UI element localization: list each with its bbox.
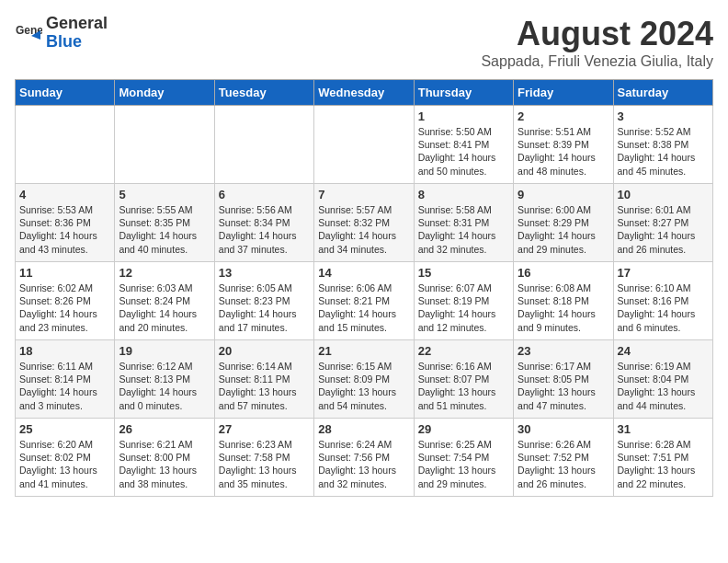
calendar-cell: 26Sunrise: 6:21 AM Sunset: 8:00 PM Dayli… [115,419,214,497]
day-number: 31 [618,422,709,436]
day-number: 26 [119,422,210,436]
logo-icon: General [15,19,42,47]
day-header-friday: Friday [514,80,613,106]
calendar-cell: 29Sunrise: 6:25 AM Sunset: 7:54 PM Dayli… [414,419,513,497]
day-number: 25 [19,422,110,436]
day-number: 20 [219,344,310,358]
calendar-cell: 11Sunrise: 6:02 AM Sunset: 8:26 PM Dayli… [16,262,115,340]
calendar-cell: 3Sunrise: 5:52 AM Sunset: 8:38 PM Daylig… [613,106,712,184]
calendar-cell: 14Sunrise: 6:06 AM Sunset: 8:21 PM Dayli… [314,262,414,340]
day-header-tuesday: Tuesday [214,80,313,106]
title-block: August 2024 Sappada, Friuli Venezia Giul… [481,15,713,70]
day-number: 18 [19,344,110,358]
calendar-table: SundayMondayTuesdayWednesdayThursdayFrid… [15,79,713,497]
main-title: August 2024 [481,15,713,53]
cell-content: Sunrise: 6:00 AM Sunset: 8:29 PM Dayligh… [518,203,609,256]
day-number: 6 [219,188,310,201]
cell-content: Sunrise: 6:10 AM Sunset: 8:16 PM Dayligh… [618,282,709,334]
calendar-week-5: 25Sunrise: 6:20 AM Sunset: 8:02 PM Dayli… [16,419,713,497]
day-number: 3 [618,109,709,123]
logo: General General Blue [15,15,108,52]
calendar-week-4: 18Sunrise: 6:11 AM Sunset: 8:14 PM Dayli… [16,340,713,419]
cell-content: Sunrise: 6:11 AM Sunset: 8:14 PM Dayligh… [19,360,110,412]
day-number: 7 [318,188,409,201]
calendar-header-row: SundayMondayTuesdayWednesdayThursdayFrid… [16,80,713,106]
cell-content: Sunrise: 5:51 AM Sunset: 8:39 PM Dayligh… [518,125,609,178]
cell-content: Sunrise: 6:07 AM Sunset: 8:19 PM Dayligh… [418,282,509,334]
calendar-cell: 10Sunrise: 6:01 AM Sunset: 8:27 PM Dayli… [613,184,712,262]
page-header: General General Blue August 2024 Sappada… [15,15,713,70]
day-number: 17 [618,266,709,280]
calendar-cell: 13Sunrise: 6:05 AM Sunset: 8:23 PM Dayli… [214,262,313,340]
cell-content: Sunrise: 6:19 AM Sunset: 8:04 PM Dayligh… [618,360,709,412]
calendar-cell: 22Sunrise: 6:16 AM Sunset: 8:07 PM Dayli… [414,340,513,419]
cell-content: Sunrise: 6:23 AM Sunset: 7:58 PM Dayligh… [219,438,310,490]
calendar-cell: 25Sunrise: 6:20 AM Sunset: 8:02 PM Dayli… [16,419,115,497]
day-number: 14 [318,266,409,280]
logo-line2: Blue [46,33,108,52]
cell-content: Sunrise: 6:15 AM Sunset: 8:09 PM Dayligh… [318,360,409,412]
day-number: 21 [318,344,409,358]
day-number: 19 [119,344,210,358]
cell-content: Sunrise: 6:12 AM Sunset: 8:13 PM Dayligh… [119,360,210,412]
logo-line1: General [46,15,108,33]
cell-content: Sunrise: 6:02 AM Sunset: 8:26 PM Dayligh… [19,282,110,334]
calendar-cell: 30Sunrise: 6:26 AM Sunset: 7:52 PM Dayli… [514,419,613,497]
calendar-week-1: 1Sunrise: 5:50 AM Sunset: 8:41 PM Daylig… [16,106,713,184]
day-number: 9 [518,188,609,201]
calendar-cell: 8Sunrise: 5:58 AM Sunset: 8:31 PM Daylig… [414,184,513,262]
cell-content: Sunrise: 5:58 AM Sunset: 8:31 PM Dayligh… [418,203,509,256]
day-number: 22 [418,344,509,358]
calendar-cell: 19Sunrise: 6:12 AM Sunset: 8:13 PM Dayli… [115,340,214,419]
day-number: 4 [19,188,110,201]
calendar-cell [115,106,214,184]
calendar-cell: 24Sunrise: 6:19 AM Sunset: 8:04 PM Dayli… [613,340,712,419]
cell-content: Sunrise: 6:06 AM Sunset: 8:21 PM Dayligh… [318,282,409,334]
calendar-cell: 4Sunrise: 5:53 AM Sunset: 8:36 PM Daylig… [16,184,115,262]
day-number: 27 [219,422,310,436]
cell-content: Sunrise: 6:17 AM Sunset: 8:05 PM Dayligh… [518,360,609,412]
day-number: 8 [418,188,509,201]
calendar-cell: 2Sunrise: 5:51 AM Sunset: 8:39 PM Daylig… [514,106,613,184]
calendar-cell: 9Sunrise: 6:00 AM Sunset: 8:29 PM Daylig… [514,184,613,262]
day-number: 28 [318,422,409,436]
calendar-cell: 28Sunrise: 6:24 AM Sunset: 7:56 PM Dayli… [314,419,414,497]
cell-content: Sunrise: 6:24 AM Sunset: 7:56 PM Dayligh… [318,438,409,490]
calendar-cell: 31Sunrise: 6:28 AM Sunset: 7:51 PM Dayli… [613,419,712,497]
calendar-cell: 12Sunrise: 6:03 AM Sunset: 8:24 PM Dayli… [115,262,214,340]
cell-content: Sunrise: 5:57 AM Sunset: 8:32 PM Dayligh… [318,203,409,256]
day-number: 29 [418,422,509,436]
calendar-cell: 16Sunrise: 6:08 AM Sunset: 8:18 PM Dayli… [514,262,613,340]
cell-content: Sunrise: 6:08 AM Sunset: 8:18 PM Dayligh… [518,282,609,334]
day-header-sunday: Sunday [16,80,115,106]
calendar-cell: 20Sunrise: 6:14 AM Sunset: 8:11 PM Dayli… [214,340,313,419]
calendar-cell: 1Sunrise: 5:50 AM Sunset: 8:41 PM Daylig… [414,106,513,184]
cell-content: Sunrise: 6:14 AM Sunset: 8:11 PM Dayligh… [219,360,310,412]
day-number: 23 [518,344,609,358]
cell-content: Sunrise: 5:53 AM Sunset: 8:36 PM Dayligh… [19,203,110,256]
day-number: 1 [418,109,509,123]
calendar-cell [314,106,414,184]
day-header-thursday: Thursday [414,80,513,106]
day-header-monday: Monday [115,80,214,106]
day-number: 30 [518,422,609,436]
cell-content: Sunrise: 6:25 AM Sunset: 7:54 PM Dayligh… [418,438,509,490]
day-number: 2 [518,109,609,123]
calendar-cell [16,106,115,184]
cell-content: Sunrise: 5:55 AM Sunset: 8:35 PM Dayligh… [119,203,210,256]
day-number: 11 [19,266,110,280]
cell-content: Sunrise: 6:28 AM Sunset: 7:51 PM Dayligh… [618,438,709,490]
cell-content: Sunrise: 5:56 AM Sunset: 8:34 PM Dayligh… [219,203,310,256]
day-number: 10 [618,188,709,201]
calendar-cell: 21Sunrise: 6:15 AM Sunset: 8:09 PM Dayli… [314,340,414,419]
calendar-cell: 23Sunrise: 6:17 AM Sunset: 8:05 PM Dayli… [514,340,613,419]
cell-content: Sunrise: 6:20 AM Sunset: 8:02 PM Dayligh… [19,438,110,490]
day-number: 12 [119,266,210,280]
day-header-saturday: Saturday [613,80,712,106]
calendar-cell: 5Sunrise: 5:55 AM Sunset: 8:35 PM Daylig… [115,184,214,262]
day-number: 15 [418,266,509,280]
calendar-cell: 17Sunrise: 6:10 AM Sunset: 8:16 PM Dayli… [613,262,712,340]
subtitle: Sappada, Friuli Venezia Giulia, Italy [481,53,713,70]
day-number: 5 [119,188,210,201]
day-number: 13 [219,266,310,280]
